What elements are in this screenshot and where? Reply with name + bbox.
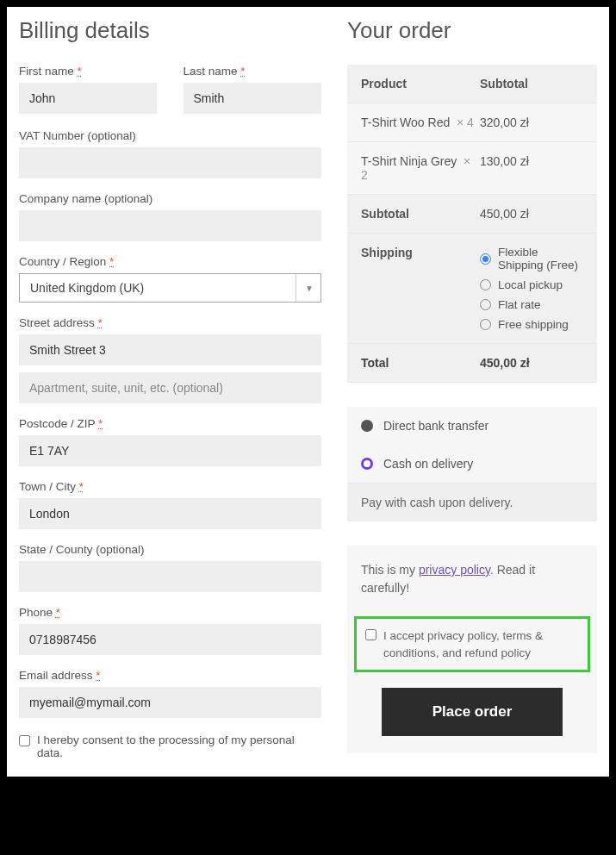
total-label: Total <box>361 356 480 370</box>
email-label: Email address * <box>19 669 321 682</box>
shipping-option[interactable]: Flat rate <box>480 298 583 311</box>
last-name-label: Last name * <box>184 65 322 78</box>
town-input[interactable] <box>19 498 321 529</box>
required-indicator: * <box>79 480 84 493</box>
subtotal-value: 450,00 zł <box>480 207 583 221</box>
required-indicator: * <box>109 255 114 268</box>
street-input-2[interactable] <box>19 372 321 403</box>
postcode-input[interactable] <box>19 435 321 466</box>
order-heading: Your order <box>347 17 597 44</box>
accept-terms-highlight: I accept privacy policy, terms & conditi… <box>354 616 590 672</box>
postcode-label: Postcode / ZIP * <box>19 417 321 430</box>
country-label: Country / Region * <box>19 255 321 268</box>
order-item: T-Shirt Woo Red × 4 320,00 zł <box>347 103 597 142</box>
required-indicator: * <box>98 417 103 430</box>
required-indicator: * <box>96 669 100 682</box>
email-input[interactable] <box>19 687 321 718</box>
street-label: Street address * <box>19 316 321 329</box>
billing-heading: Billing details <box>19 17 321 44</box>
th-product: Product <box>361 77 480 90</box>
consent-label: I hereby consent to the processing of my… <box>37 733 321 759</box>
radio-icon <box>361 420 373 432</box>
state-input[interactable] <box>19 561 321 592</box>
radio-icon <box>480 299 491 310</box>
country-select[interactable]: United Kingdom (UK) ▼ <box>19 273 321 303</box>
phone-input[interactable] <box>19 624 321 655</box>
required-indicator: * <box>240 65 245 78</box>
shipping-option[interactable]: Local pickup <box>480 278 583 291</box>
vat-label: VAT Number (optional) <box>19 129 321 142</box>
payment-description: Pay with cash upon delivery. <box>347 483 597 521</box>
place-order-button[interactable]: Place order <box>382 688 563 736</box>
required-indicator: * <box>78 65 82 78</box>
order-summary: Product Subtotal T-Shirt Woo Red × 4 320… <box>347 65 597 383</box>
privacy-policy-link[interactable]: privacy policy <box>419 563 490 577</box>
shipping-option[interactable]: Free shipping <box>480 318 583 331</box>
shipping-option[interactable]: Flexible Shipping (Free) <box>480 246 583 271</box>
radio-icon <box>480 279 491 290</box>
company-input[interactable] <box>19 210 321 241</box>
shipping-label: Shipping <box>361 246 480 331</box>
first-name-input[interactable] <box>19 83 157 114</box>
radio-icon <box>480 253 491 265</box>
state-label: State / County (optional) <box>19 543 321 556</box>
subtotal-label: Subtotal <box>361 207 480 221</box>
chevron-down-icon: ▼ <box>296 274 314 302</box>
last-name-input[interactable] <box>184 83 321 114</box>
accept-terms-checkbox[interactable] <box>365 629 376 640</box>
first-name-label: First name * <box>19 65 158 78</box>
required-indicator: * <box>98 316 103 329</box>
payment-option-cod[interactable]: Cash on delivery <box>347 445 597 483</box>
payment-methods: Direct bank transfer Cash on delivery Pa… <box>347 407 597 521</box>
company-label: Company name (optional) <box>19 192 321 205</box>
town-label: Town / City * <box>19 480 321 493</box>
payment-option-bank[interactable]: Direct bank transfer <box>347 407 597 445</box>
privacy-policy-text: This is my privacy policy. Read it caref… <box>361 561 583 597</box>
street-input-1[interactable] <box>19 334 321 365</box>
radio-icon <box>480 319 491 330</box>
accept-terms-label: I accept privacy policy, terms & conditi… <box>383 627 579 661</box>
required-indicator: * <box>56 606 60 619</box>
order-item: T-Shirt Ninja Grey × 2 130,00 zł <box>347 142 597 195</box>
th-subtotal: Subtotal <box>480 77 583 90</box>
vat-input[interactable] <box>19 147 321 178</box>
phone-label: Phone * <box>19 606 321 619</box>
consent-checkbox[interactable] <box>19 735 30 746</box>
total-value: 450,00 zł <box>480 356 583 370</box>
radio-icon <box>361 458 373 470</box>
